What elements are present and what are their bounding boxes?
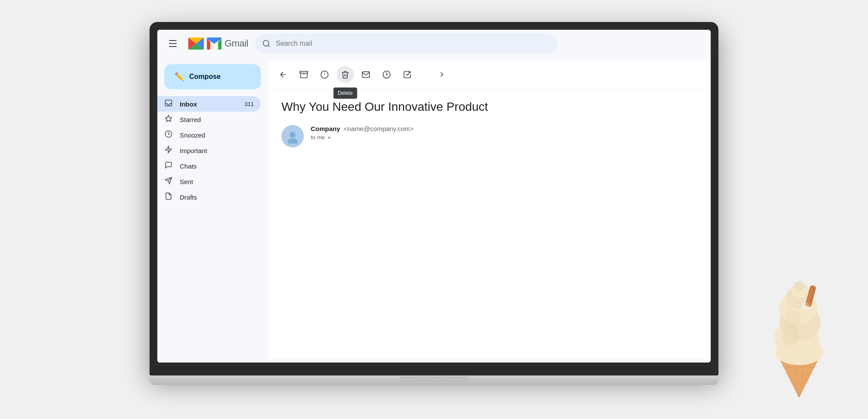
svg-point-33 [785, 310, 800, 329]
email-sender: Company <name@company.com> to me [281, 125, 697, 147]
gmail-title: Gmail [225, 38, 248, 49]
report-spam-button[interactable] [316, 66, 333, 83]
gmail-logo: Gmail [188, 36, 248, 51]
laptop-screen: Gmail [150, 22, 718, 375]
snoozed-icon [164, 130, 173, 140]
move-to-button[interactable] [433, 66, 450, 83]
email-subject: Why You Need Our Innovative Product [281, 99, 697, 115]
svg-point-31 [794, 281, 804, 291]
sidebar: ✏️ Compose [157, 57, 268, 363]
important-icon [164, 146, 173, 156]
search-icon [262, 39, 271, 48]
hamburger-line-2 [169, 43, 177, 44]
gmail-m-icon [188, 36, 204, 51]
screen-inner: Gmail [157, 30, 711, 363]
laptop-trackpad [400, 376, 468, 382]
sidebar-item-inbox[interactable]: Inbox 311 [157, 96, 261, 112]
sent-icon [164, 177, 173, 187]
delete-button[interactable]: Delete [337, 66, 354, 83]
to-label: to me [311, 134, 325, 141]
svg-point-19 [290, 132, 296, 138]
hamburger-line-1 [169, 40, 177, 41]
laptop-base [150, 375, 718, 385]
sidebar-item-starred[interactable]: Starred [157, 112, 261, 127]
inbox-icon [164, 99, 173, 109]
compose-button[interactable]: ✏️ Compose [164, 64, 261, 89]
delete-tooltip: Delete [334, 88, 357, 99]
icecream-svg [752, 281, 846, 402]
hamburger-menu[interactable] [164, 35, 181, 52]
sent-label: Sent [180, 178, 254, 185]
snoozed-label: Snoozed [180, 131, 254, 139]
chevron-down-icon [327, 135, 332, 140]
sender-name: Company [311, 125, 340, 132]
add-to-tasks-button[interactable] [399, 66, 416, 83]
archive-button[interactable] [295, 66, 312, 83]
sidebar-item-sent[interactable]: Sent [157, 174, 261, 189]
sidebar-item-chats[interactable]: Chats [157, 158, 261, 174]
scene: Gmail [0, 0, 868, 419]
sender-avatar [281, 125, 304, 147]
m-logo-svg [206, 36, 222, 51]
icecream-decoration [752, 281, 846, 402]
inbox-label: Inbox [180, 100, 237, 108]
sidebar-item-important[interactable]: Important [157, 143, 261, 158]
inbox-badge: 311 [244, 101, 254, 107]
sender-info: Company <name@company.com> to me [311, 125, 414, 141]
svg-rect-11 [300, 72, 308, 73]
hamburger-line-3 [169, 46, 177, 47]
gmail-header: Gmail [157, 30, 711, 57]
sidebar-item-snoozed[interactable]: Snoozed [157, 127, 261, 143]
svg-point-2 [263, 41, 269, 46]
search-input[interactable] [276, 40, 550, 47]
sender-email: <name@company.com> [343, 125, 414, 132]
svg-marker-7 [165, 146, 172, 153]
drafts-label: Drafts [180, 194, 254, 201]
mark-unread-button[interactable] [357, 66, 375, 83]
svg-marker-5 [165, 115, 172, 121]
back-button[interactable] [275, 66, 292, 83]
sidebar-item-drafts[interactable]: Drafts [157, 189, 261, 205]
chats-label: Chats [180, 163, 254, 170]
sender-to-line: to me [311, 134, 414, 141]
laptop: Gmail [150, 22, 718, 397]
snooze-button[interactable] [378, 66, 395, 83]
chats-icon [164, 161, 173, 171]
compose-icon: ✏️ [175, 72, 184, 81]
email-view: Why You Need Our Innovative Product [268, 89, 711, 359]
sender-name-line: Company <name@company.com> [311, 125, 414, 132]
email-toolbar: Delete [268, 61, 711, 89]
main-content: Delete [268, 61, 711, 359]
drafts-icon [164, 192, 173, 202]
avatar-icon [285, 129, 300, 144]
svg-point-36 [801, 303, 810, 310]
important-label: Important [180, 147, 254, 154]
starred-label: Starred [180, 116, 254, 123]
starred-icon [164, 115, 173, 125]
gmail-body: ✏️ Compose [157, 57, 711, 363]
search-bar[interactable] [255, 34, 557, 53]
gmail-app: Gmail [157, 30, 711, 363]
compose-label: Compose [189, 73, 221, 81]
svg-point-20 [287, 138, 298, 144]
svg-line-3 [268, 45, 270, 47]
